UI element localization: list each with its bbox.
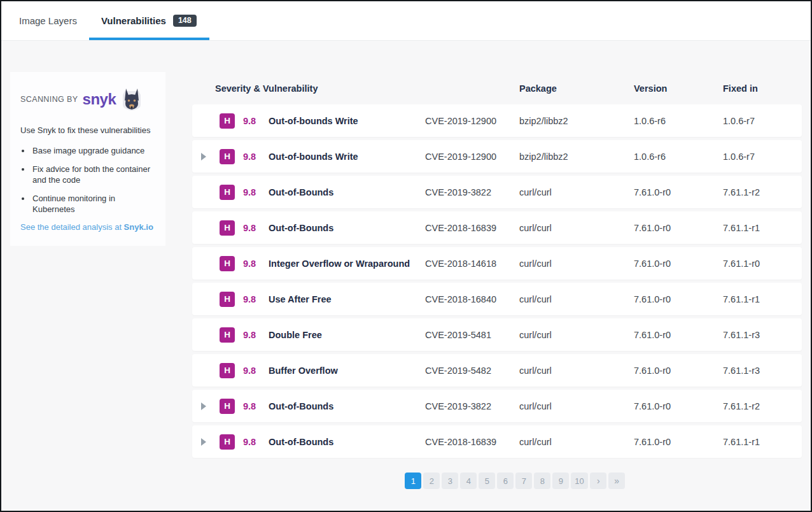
fixed-in-version: 7.61.1-r1 xyxy=(723,294,802,304)
package-name: bzip2/libbz2 xyxy=(519,116,634,126)
vulnerability-title: Out-of-Bounds xyxy=(269,223,333,233)
expand-caret-icon[interactable] xyxy=(201,153,206,160)
cve-id: CVE-2019-3822 xyxy=(425,401,519,411)
vulnerability-row[interactable]: H 9.8 Out-of-bounds Write CVE-2019-12900… xyxy=(192,104,802,137)
vulnerability-row[interactable]: H 9.8 Out-of-Bounds CVE-2019-3822 curl/c… xyxy=(192,390,802,422)
cve-id: CVE-2019-12900 xyxy=(425,116,519,126)
vulnerability-title: Buffer Overflow xyxy=(269,366,338,376)
page-button-8[interactable]: 8 xyxy=(534,473,550,489)
severity-badge-high: H xyxy=(220,149,235,164)
cvss-score: 9.8 xyxy=(243,401,260,411)
package-version: 7.61.0-r0 xyxy=(634,259,723,269)
snyk-wordmark: snyk xyxy=(83,92,116,107)
fixed-in-version: 7.61.1-r2 xyxy=(723,187,802,197)
expand-caret-icon[interactable] xyxy=(201,402,206,410)
header-severity-vulnerability: Severity & Vulnerability xyxy=(215,83,425,94)
page-button-7[interactable]: 7 xyxy=(515,473,532,489)
package-name: curl/curl xyxy=(519,330,634,340)
package-name: curl/curl xyxy=(519,294,634,304)
pagination: 1 2 3 4 5 6 7 8 9 10 › » xyxy=(192,473,802,489)
cve-id: CVE-2019-5481 xyxy=(425,330,519,340)
table-header-row: Severity & Vulnerability Package Version… xyxy=(192,77,802,100)
page-button-5[interactable]: 5 xyxy=(479,473,495,489)
vulnerability-title: Out-of-Bounds xyxy=(269,437,333,447)
page-button-9[interactable]: 9 xyxy=(552,473,569,489)
cve-id: CVE-2019-12900 xyxy=(425,152,519,162)
package-version: 7.61.0-r0 xyxy=(634,437,723,447)
expand-caret-icon[interactable] xyxy=(201,438,206,446)
vulnerability-row[interactable]: H 9.8 Out-of-Bounds CVE-2019-3822 curl/c… xyxy=(192,176,802,208)
vulnerability-row[interactable]: H 9.8 Buffer Overflow CVE-2019-5482 curl… xyxy=(192,354,802,387)
vulnerability-table: Severity & Vulnerability Package Version… xyxy=(192,41,802,489)
page-button-3[interactable]: 3 xyxy=(442,473,458,489)
vulnerability-row[interactable]: H 9.8 Out-of-bounds Write CVE-2019-12900… xyxy=(192,140,802,173)
tab-vulnerabilities[interactable]: Vulnerabilities 148 xyxy=(89,1,209,40)
vulnerability-title: Out-of-Bounds xyxy=(269,401,333,411)
vulnerability-row[interactable]: H 9.8 Use After Free CVE-2018-16840 curl… xyxy=(192,283,802,315)
package-version: 1.0.6-r6 xyxy=(634,116,723,126)
cvss-score: 9.8 xyxy=(243,294,260,304)
package-name: curl/curl xyxy=(519,366,634,376)
vulnerability-title: Integer Overflow or Wraparound xyxy=(269,259,410,269)
vulnerability-row[interactable]: H 9.8 Double Free CVE-2019-5481 curl/cur… xyxy=(192,318,802,351)
cvss-score: 9.8 xyxy=(243,223,260,233)
benefit-item: Base image upgrade guidance xyxy=(31,145,155,156)
vulnerability-title: Out-of-Bounds xyxy=(269,187,333,197)
page-button-1[interactable]: 1 xyxy=(405,473,421,489)
cvss-score: 9.8 xyxy=(243,116,260,126)
next-page-button[interactable]: › xyxy=(590,473,606,489)
fixed-in-version: 7.61.1-r3 xyxy=(723,330,802,340)
header-version: Version xyxy=(634,83,723,94)
page-button-2[interactable]: 2 xyxy=(423,473,440,489)
snyk-dog-icon xyxy=(121,87,143,111)
cve-id: CVE-2018-14618 xyxy=(425,259,519,269)
page-button-10[interactable]: 10 xyxy=(571,473,587,489)
tab-vulnerabilities-label: Vulnerabilities xyxy=(101,15,166,26)
snyk-analysis-link[interactable]: See the detailed analysis at Snyk.io xyxy=(20,222,155,232)
package-version: 7.61.0-r0 xyxy=(634,330,723,340)
package-version: 1.0.6-r6 xyxy=(634,152,723,162)
package-version: 7.61.0-r0 xyxy=(634,187,723,197)
tab-bar: Image Layers Vulnerabilities 148 xyxy=(1,1,811,41)
tab-image-layers-label: Image Layers xyxy=(19,15,77,26)
scanning-by-label: SCANNING BY xyxy=(20,95,78,104)
cvss-score: 9.8 xyxy=(243,187,260,197)
last-page-button[interactable]: » xyxy=(608,473,625,489)
vulnerability-count-badge: 148 xyxy=(173,15,197,27)
fixed-in-version: 1.0.6-r7 xyxy=(723,116,802,126)
fixed-in-version: 7.61.1-r1 xyxy=(723,223,802,233)
package-name: curl/curl xyxy=(519,187,634,197)
vulnerability-row[interactable]: H 9.8 Out-of-Bounds CVE-2018-16839 curl/… xyxy=(192,211,802,244)
cve-id: CVE-2018-16839 xyxy=(425,437,519,447)
cvss-score: 9.8 xyxy=(243,152,260,162)
snyk-branding: SCANNING BY snyk xyxy=(20,87,155,111)
vulnerability-row[interactable]: H 9.8 Integer Overflow or Wraparound CVE… xyxy=(192,247,802,280)
fixed-in-version: 7.61.1-r0 xyxy=(723,259,802,269)
vulnerability-title: Use After Free xyxy=(269,294,332,304)
snyk-intro-text: Use Snyk to fix these vulnerabilities xyxy=(20,125,155,135)
severity-badge-high: H xyxy=(220,292,235,307)
benefit-item: Fix advice for both the container and th… xyxy=(31,164,155,185)
page-button-6[interactable]: 6 xyxy=(497,473,514,489)
header-fixed-in: Fixed in xyxy=(723,83,802,94)
severity-badge-high: H xyxy=(220,256,235,271)
snyk-info-panel: SCANNING BY snyk Use Snyk to fix th xyxy=(10,72,165,246)
scan-results-window: Image Layers Vulnerabilities 148 SCANNIN… xyxy=(0,0,812,512)
page-button-4[interactable]: 4 xyxy=(460,473,477,489)
tab-image-layers[interactable]: Image Layers xyxy=(19,1,77,40)
package-version: 7.61.0-r0 xyxy=(634,294,723,304)
package-version: 7.61.0-r0 xyxy=(634,366,723,376)
fixed-in-version: 7.61.1-r3 xyxy=(723,366,802,376)
package-name: curl/curl xyxy=(519,259,634,269)
severity-badge-high: H xyxy=(220,113,235,129)
severity-badge-high: H xyxy=(220,185,235,200)
package-name: curl/curl xyxy=(519,401,634,411)
cvss-score: 9.8 xyxy=(243,259,260,269)
package-name: curl/curl xyxy=(519,437,634,447)
package-version: 7.61.0-r0 xyxy=(634,223,723,233)
cve-id: CVE-2019-5482 xyxy=(425,366,519,376)
severity-badge-high: H xyxy=(220,363,235,378)
vulnerability-row[interactable]: H 9.8 Out-of-Bounds CVE-2018-16839 curl/… xyxy=(192,425,802,458)
cve-id: CVE-2018-16839 xyxy=(425,223,519,233)
package-name: bzip2/libbz2 xyxy=(519,152,634,162)
